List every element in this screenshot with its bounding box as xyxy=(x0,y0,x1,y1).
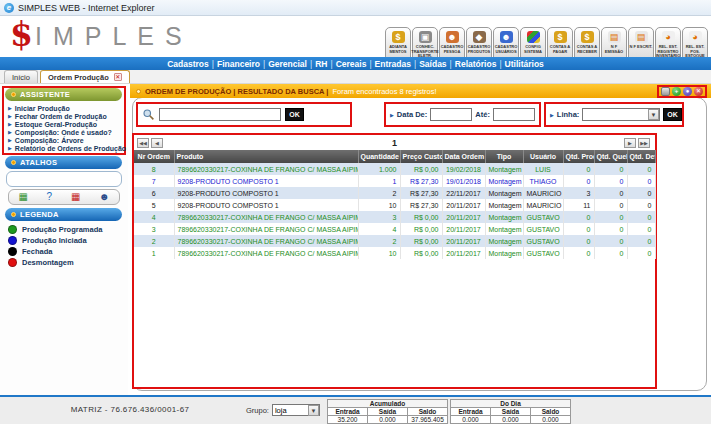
column-header-qtd-quebra: Qtd. Quebra xyxy=(594,150,627,163)
table-row[interactable]: 59208-PRODUTO COMPOSTO 110R$ 27,3020/11/… xyxy=(134,199,655,211)
menu-item-cereais[interactable]: Cereais xyxy=(333,59,370,69)
close-icon[interactable]: ✕ xyxy=(694,87,703,96)
acumulado-header: Saída xyxy=(368,408,408,416)
cell-qtd: 10 xyxy=(358,199,400,211)
linha-ok-button[interactable]: OK xyxy=(663,108,682,121)
user-icon: ☻ xyxy=(500,31,513,43)
acumulado-title: Acumulado xyxy=(328,400,448,408)
truck-icon: ▣ xyxy=(419,31,432,43)
toolbar-button-label: CADASTRO PRODUTOS xyxy=(467,45,491,54)
sidebar-item-fechar-ordem-de-produ-o[interactable]: ▶Fechar Ordem de Produção xyxy=(8,112,126,120)
menu-item-relat-rios[interactable]: Relatórios xyxy=(452,59,500,69)
search-ok-button[interactable]: OK xyxy=(285,108,304,121)
column-header-data-ordem: Data Ordem xyxy=(442,150,485,163)
cell-prod: 0 xyxy=(563,247,594,259)
ate-input[interactable] xyxy=(493,108,535,121)
cell-qtd: 3 xyxy=(358,211,400,223)
help-icon[interactable]: ? xyxy=(47,191,53,203)
menu-item-gerencial[interactable]: Gerencial xyxy=(265,59,310,69)
grupo-select-value: loja xyxy=(275,406,287,415)
menu-item-entradas[interactable]: Entradas xyxy=(372,59,414,69)
cell-defeito: 0 xyxy=(627,199,655,211)
tab-in-cio[interactable]: Início xyxy=(4,70,38,83)
table-row[interactable]: 27896620330217-COXINHA DE FRANGO C/ MASS… xyxy=(134,235,655,247)
app-logo: $ IMPLES xyxy=(10,17,193,55)
menu-item-sa-das[interactable]: Saídas xyxy=(416,59,449,69)
table-row[interactable]: 17896620330217-COXINHA DE FRANGO C/ MASS… xyxy=(134,247,655,259)
cell-nr: 1 xyxy=(134,247,174,259)
palette-icon xyxy=(527,31,540,43)
document-icon: ▤ xyxy=(608,31,621,43)
cell-nr: 7 xyxy=(134,175,174,187)
do-dia-value: 0.000 xyxy=(531,416,571,424)
cell-data: 20/11/2017 xyxy=(442,199,485,211)
page-number: 1 xyxy=(134,138,655,148)
logo-name: IMPLES xyxy=(35,17,193,55)
boxes-icon: ◆ xyxy=(473,31,486,43)
cell-data: 22/11/2017 xyxy=(442,187,485,199)
menu-item-cadastros[interactable]: Cadastros xyxy=(164,59,212,69)
legend-color-dot xyxy=(8,236,17,245)
table-row[interactable]: 87896620330217-COXINHA DE FRANGO C/ MASS… xyxy=(134,163,655,175)
money-plus-icon: $ xyxy=(554,31,567,43)
cell-usuario: LUIS xyxy=(523,163,563,175)
printer-icon[interactable] xyxy=(661,87,670,96)
cell-preco: R$ 0,00 xyxy=(400,247,442,259)
cell-prod: 11 xyxy=(563,199,594,211)
edit-icon[interactable]: ● xyxy=(683,87,692,96)
legend-color-dot xyxy=(8,225,17,234)
cell-usuario: GUSTAVO xyxy=(523,235,563,247)
sidebar-item-composi-o-onde-usado-[interactable]: ▶Composição: Onde é usado? xyxy=(8,128,126,136)
legenda-title: LEGENDA xyxy=(20,210,59,219)
table-row[interactable]: 37896620330217-COXINHA DE FRANGO C/ MASS… xyxy=(134,223,655,235)
record-actions: +●✕ xyxy=(657,85,707,98)
linha-select[interactable]: ▼ xyxy=(582,108,660,121)
cell-produto: 9208-PRODUTO COMPOSTO 1 xyxy=(174,187,358,199)
table-row[interactable]: 79208-PRODUTO COMPOSTO 11R$ 27,3019/01/2… xyxy=(134,175,655,187)
cell-quebra: 0 xyxy=(594,211,627,223)
cell-data: 20/11/2017 xyxy=(442,223,485,235)
cell-defeito: 0 xyxy=(627,163,655,175)
menu-item-rh[interactable]: RH xyxy=(312,59,330,69)
grupo-group: Grupo: loja ▼ xyxy=(246,404,320,416)
user-icon[interactable]: ☻ xyxy=(99,191,110,203)
arrow-icon: ▶ xyxy=(8,137,12,143)
column-header-nr-ordem: Nr Ordem xyxy=(134,150,174,163)
menu-item-financeiro[interactable]: Financeiro xyxy=(214,59,263,69)
grupo-select[interactable]: loja ▼ xyxy=(272,404,320,416)
cell-qtd: 1 xyxy=(358,175,400,187)
cell-usuario: THIAGO xyxy=(523,175,563,187)
toolbar-button-label: N F ESCRIT. xyxy=(630,45,653,50)
cell-nr: 4 xyxy=(134,211,174,223)
tab-ordem-produ-o[interactable]: Ordem Produção✕ xyxy=(40,70,130,83)
menu-item-utilit-rios[interactable]: Utilitários xyxy=(502,59,547,69)
cell-tipo: Montagem xyxy=(485,199,523,211)
acumulado-header: Saldo xyxy=(408,408,448,416)
calendar-icon[interactable]: ▦ xyxy=(71,191,80,203)
sidebar-item-iniciar-produ-o[interactable]: ▶Iniciar Produção xyxy=(8,104,126,112)
add-icon[interactable]: + xyxy=(672,87,681,96)
do-dia-value: 0.000 xyxy=(451,416,491,424)
table-row[interactable]: 47896620330217-COXINHA DE FRANGO C/ MASS… xyxy=(134,211,655,223)
data-de-input[interactable] xyxy=(430,108,472,121)
calculator-icon[interactable]: ▦ xyxy=(18,191,27,203)
money-plus-icon: $ xyxy=(581,31,594,43)
cell-data: 19/01/2018 xyxy=(442,175,485,187)
bullet-icon xyxy=(11,92,16,97)
sidebar-item-estoque-geral-produ-o[interactable]: ▶Estoque Geral-Produção xyxy=(8,120,126,128)
pie-icon: ◕ xyxy=(662,31,675,43)
cell-qtd: 4 xyxy=(358,223,400,235)
pie-icon: ◕ xyxy=(689,31,702,43)
sidebar-item-relat-rio-de-ordens-de-produ-o[interactable]: ▶Relatório de Ordens de Produção xyxy=(8,144,126,152)
sidebar: ASSISTENTE ▶Iniciar Produção▶Fechar Orde… xyxy=(0,84,128,395)
search-input[interactable] xyxy=(159,108,281,121)
sidebar-item-composi-o-rvore[interactable]: ▶Composição: Árvore xyxy=(8,136,126,144)
cell-qtd: 2 xyxy=(358,235,400,247)
tab-close-icon[interactable]: ✕ xyxy=(114,73,122,81)
table-row[interactable]: 69208-PRODUTO COMPOSTO 12R$ 27,3022/11/2… xyxy=(134,187,655,199)
sidebar-item-label: Iniciar Produção xyxy=(15,105,70,112)
cell-defeito: 0 xyxy=(627,175,655,187)
cell-tipo: Montagem xyxy=(485,187,523,199)
grupo-label: Grupo: xyxy=(246,406,269,415)
legend-color-dot xyxy=(8,258,17,267)
